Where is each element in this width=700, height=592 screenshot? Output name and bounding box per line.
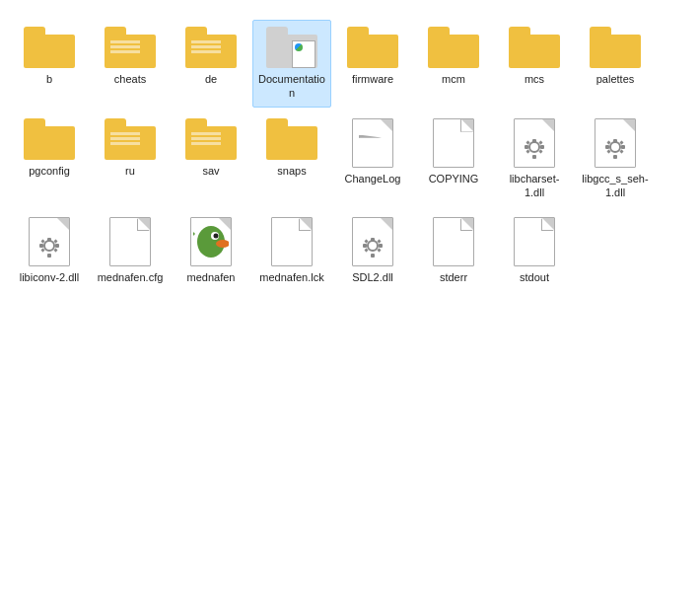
file-label: stdout (520, 270, 549, 284)
svg-point-18 (44, 241, 54, 251)
file-mednafen-exe[interactable]: mednafen (172, 210, 250, 291)
file-label: ru (125, 164, 135, 178)
folder-icon (24, 27, 75, 68)
file-dll-icon (595, 118, 636, 168)
folder-mcm[interactable]: mcm (414, 20, 493, 93)
svg-rect-19 (47, 238, 51, 242)
file-label: mcs (525, 72, 544, 86)
svg-point-33 (368, 241, 378, 251)
folder-sav[interactable]: sav (172, 111, 250, 185)
folder-icon (105, 27, 156, 68)
file-libcharset[interactable]: libcharset-1.dll (495, 111, 574, 207)
file-label: libiconv-2.dll (20, 270, 80, 284)
file-sdl2[interactable]: SDL2.dll (333, 210, 412, 291)
file-libgcc[interactable]: libgcc_s_seh-1.dll (576, 111, 655, 207)
file-explorer-grid: b cheats de Documentation firmware (10, 20, 690, 291)
svg-rect-34 (371, 238, 375, 242)
svg-rect-3 (525, 145, 528, 149)
folder-icon (428, 27, 479, 68)
svg-point-9 (610, 142, 620, 152)
file-stderr[interactable]: stderr (414, 210, 493, 291)
file-label: pgconfig (29, 164, 70, 178)
folder-documentation[interactable]: Documentation (252, 20, 331, 108)
file-label: SDL2.dll (352, 270, 393, 284)
file-mednafencfg[interactable]: mednafen.cfg (91, 210, 170, 291)
svg-rect-10 (613, 139, 617, 143)
folder-pgconfig[interactable]: pgconfig (10, 111, 89, 185)
svg-rect-35 (371, 254, 375, 258)
folder-ru[interactable]: ru (91, 111, 170, 185)
file-text-icon (352, 118, 393, 168)
svg-point-0 (529, 142, 539, 152)
file-dll-icon (29, 217, 70, 266)
file-label: palettes (596, 72, 635, 86)
file-text-icon (514, 217, 555, 266)
folder-icon (347, 27, 398, 68)
folder-icon (266, 118, 317, 160)
file-mednafen-lck[interactable]: mednafen.lck (252, 210, 331, 291)
file-text-icon (271, 217, 313, 266)
file-label: COPYING (429, 172, 479, 185)
file-dll-icon (514, 118, 555, 168)
folder-icon (185, 118, 237, 160)
folder-firmware[interactable]: firmware (333, 20, 412, 93)
file-label: sav (202, 164, 219, 178)
file-text-icon (433, 217, 474, 266)
file-label: snaps (277, 164, 306, 178)
folder-icon (185, 27, 237, 68)
file-label: de (205, 72, 217, 86)
file-label: libcharset-1.dll (500, 172, 569, 200)
file-changelog[interactable]: ChangeLog (333, 111, 412, 192)
svg-rect-20 (47, 254, 51, 258)
folder-mcs[interactable]: mcs (495, 20, 574, 93)
svg-rect-37 (379, 244, 383, 248)
folder-palettes[interactable]: palettes (576, 20, 655, 93)
svg-rect-13 (621, 145, 625, 149)
svg-point-30 (214, 234, 219, 239)
svg-rect-36 (363, 244, 367, 248)
file-text-icon (109, 217, 151, 266)
folder-doc-icon (266, 27, 317, 68)
folder-snaps[interactable]: snaps (252, 111, 331, 185)
folder-icon (24, 118, 75, 160)
folder-de[interactable]: de (172, 20, 250, 93)
file-label: cheats (114, 72, 146, 86)
svg-rect-22 (55, 244, 59, 248)
svg-rect-2 (532, 155, 536, 159)
svg-rect-1 (532, 139, 536, 143)
file-libiconv[interactable]: libiconv-2.dll (10, 210, 89, 291)
file-stdout[interactable]: stdout (495, 210, 574, 291)
folder-cheats[interactable]: cheats (91, 20, 170, 93)
file-label: mednafen.cfg (98, 270, 164, 284)
file-label: firmware (352, 72, 393, 86)
file-label: mednafen (187, 270, 236, 284)
svg-rect-21 (39, 244, 43, 248)
file-label: Documentation (257, 72, 326, 101)
file-label: stderr (440, 270, 467, 284)
file-label: ChangeLog (345, 172, 401, 185)
folder-icon (509, 27, 560, 68)
folder-b[interactable]: b (10, 20, 89, 93)
svg-rect-4 (540, 145, 544, 149)
file-label: libgcc_s_seh-1.dll (581, 172, 650, 200)
file-dll-icon (352, 217, 393, 266)
file-exe-icon (190, 217, 232, 266)
folder-icon (590, 27, 641, 68)
file-label: mcm (442, 72, 465, 86)
svg-rect-11 (613, 155, 617, 159)
file-copying[interactable]: COPYING (414, 111, 493, 192)
file-label: b (46, 72, 52, 86)
folder-icon (105, 118, 156, 160)
file-label: mednafen.lck (259, 270, 323, 284)
svg-rect-12 (605, 145, 609, 149)
file-text-icon (433, 118, 474, 168)
